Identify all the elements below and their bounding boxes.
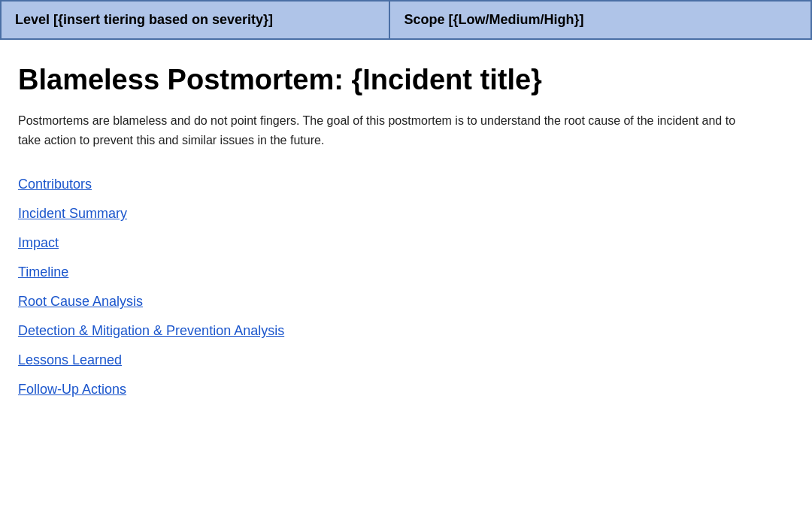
page-description: Postmortems are blameless and do not poi… xyxy=(18,111,755,150)
page-title: Blameless Postmortem: {Incident title} xyxy=(18,64,794,96)
nav-link-timeline[interactable]: Timeline xyxy=(18,264,68,280)
nav-link-lessons-learned[interactable]: Lessons Learned xyxy=(18,352,122,368)
nav-link-impact[interactable]: Impact xyxy=(18,235,59,251)
main-content: Blameless Postmortem: {Incident title} P… xyxy=(0,64,812,428)
nav-link-root-cause-analysis[interactable]: Root Cause Analysis xyxy=(18,294,143,310)
nav-link-detection-mitigation[interactable]: Detection & Mitigation & Prevention Anal… xyxy=(18,323,284,339)
header-table: Level [{insert tiering based on severity… xyxy=(0,0,812,40)
nav-links: ContributorsIncident SummaryImpactTimeli… xyxy=(18,177,794,397)
scope-cell: Scope [{Low/Medium/High}] xyxy=(389,1,811,39)
nav-link-contributors[interactable]: Contributors xyxy=(18,177,92,192)
nav-link-follow-up-actions[interactable]: Follow-Up Actions xyxy=(18,382,126,397)
nav-link-incident-summary[interactable]: Incident Summary xyxy=(18,206,127,222)
level-cell: Level [{insert tiering based on severity… xyxy=(1,1,389,39)
